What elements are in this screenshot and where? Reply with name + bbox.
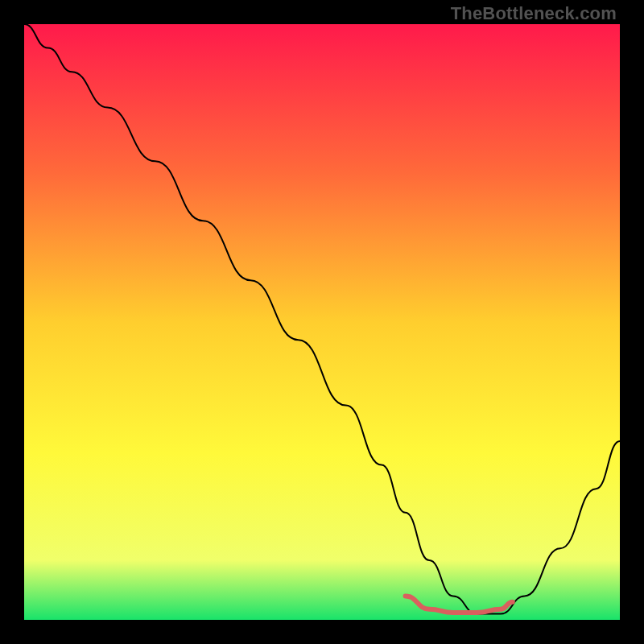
bottleneck-chart bbox=[24, 24, 620, 620]
gradient-background bbox=[24, 24, 620, 620]
plot-area bbox=[24, 24, 620, 620]
watermark-text: TheBottleneck.com bbox=[451, 3, 617, 24]
chart-frame: TheBottleneck.com bbox=[0, 0, 644, 644]
